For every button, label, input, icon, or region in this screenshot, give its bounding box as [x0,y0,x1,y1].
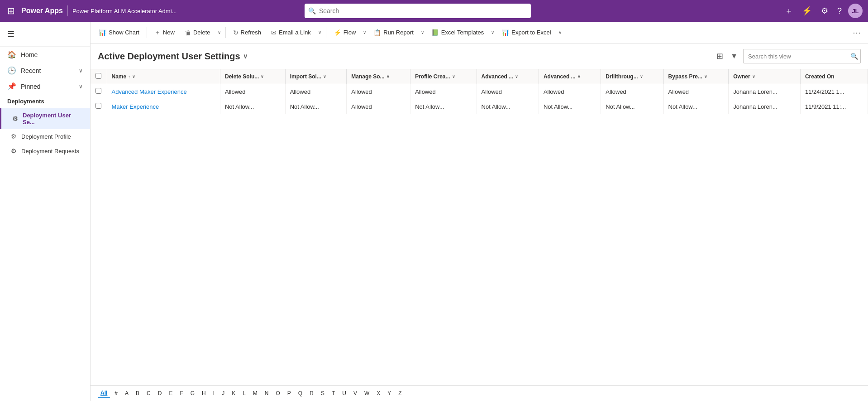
grid-icon[interactable]: ⊞ [5,4,17,18]
col-profile-crea[interactable]: Profile Crea... ∨ [410,69,477,84]
run-report-button[interactable]: 📋 Run Report [369,27,418,39]
pagination-letter-u[interactable]: U [339,389,349,398]
pagination-letter-l[interactable]: L [240,389,248,398]
pagination-letter-w[interactable]: W [362,389,372,398]
new-button[interactable]: ＋ New [150,26,179,39]
col-advanced-2[interactable]: Advanced ... ∨ [539,69,601,84]
add-button[interactable]: ＋ [782,4,796,18]
pagination-letter-y[interactable]: Y [385,389,394,398]
pagination-letter-b[interactable]: B [133,389,142,398]
search-view-input[interactable] [743,49,861,63]
select-all-header[interactable] [91,69,107,84]
flow-button[interactable]: ⚡ Flow [329,27,360,39]
sidebar-item-deployment-requests[interactable]: ⚙ Deployment Requests [0,144,90,158]
search-view-wrapper: 🔍 [743,49,861,63]
col-delete-sol[interactable]: Delete Solu... ∨ [220,69,285,84]
pagination-letter-v[interactable]: V [351,389,360,398]
pagination-letter-o[interactable]: O [273,389,283,398]
global-search-input[interactable] [305,4,531,18]
sidebar-item-deployment-profile[interactable]: ⚙ Deployment Profile [0,129,90,144]
col-bypass-dropdown-icon[interactable]: ∨ [704,74,707,79]
col-bypass-pre[interactable]: Bypass Pre... ∨ [663,69,729,84]
pagination-letter-m[interactable]: M [250,389,260,398]
select-all-checkbox[interactable] [95,73,101,79]
export-to-excel-button[interactable]: 📊 Export to Excel [497,27,555,39]
row-2-name-link[interactable]: Maker Experience [112,103,159,110]
pagination-letter-c[interactable]: C [144,389,153,398]
profile-icon: ⚙ [11,133,17,140]
excel-templates-button[interactable]: 📗 Excel Templates [427,27,488,39]
col-delete-sol-dropdown-icon[interactable]: ∨ [261,74,264,79]
pagination-letter-x[interactable]: X [374,389,383,398]
filter-icon[interactable]: ⚡ [799,4,815,18]
col-drillthrough[interactable]: Drillthroug... ∨ [601,69,663,84]
email-dropdown-arrow[interactable]: ∨ [316,28,323,37]
pagination-letter-s[interactable]: S [318,389,327,398]
flow-dropdown-arrow[interactable]: ∨ [361,28,368,37]
pagination-letter-k[interactable]: K [229,389,238,398]
recent-icon: 🕒 [7,66,16,75]
more-options-icon[interactable]: ⋯ [849,26,864,39]
row-1-name-link[interactable]: Advanced Maker Experience [112,88,187,95]
refresh-button[interactable]: ↻ Refresh [229,27,266,39]
delete-dropdown-arrow[interactable]: ∨ [216,28,223,37]
view-filter-icon[interactable]: ▼ [729,50,739,62]
pagination-letter-r[interactable]: R [307,389,316,398]
col-advanced-1[interactable]: Advanced ... ∨ [477,69,539,84]
pagination-letter-d[interactable]: D [155,389,165,398]
col-advanced2-dropdown-icon[interactable]: ∨ [577,74,581,79]
col-import-sol-dropdown-icon[interactable]: ∨ [323,74,326,79]
search-view-icon[interactable]: 🔍 [850,53,858,60]
layout-icon[interactable]: ⊞ [715,49,725,63]
col-created-on[interactable]: Created On [800,69,868,84]
pagination-letter-h[interactable]: H [199,389,209,398]
show-chart-button[interactable]: 📊 Show Chart [94,27,144,39]
col-owner-dropdown-icon[interactable]: ∨ [752,74,755,79]
pagination-letter-f[interactable]: F [177,389,186,398]
col-name[interactable]: Name ↑ ∨ [107,69,220,84]
report-icon: 📋 [373,29,381,36]
pagination-letter-z[interactable]: Z [396,389,404,398]
email-link-button[interactable]: ✉ Email a Link [267,27,315,39]
col-manage-so[interactable]: Manage So... ∨ [347,69,410,84]
pagination-letter-p[interactable]: P [285,389,294,398]
col-owner[interactable]: Owner ∨ [729,69,801,84]
pagination-letter-g[interactable]: G [188,389,197,398]
pagination-letter-all[interactable]: All [98,388,110,398]
sidebar-item-home[interactable]: 🏠 Home [0,47,90,63]
col-import-sol[interactable]: Import Sol... ∨ [285,69,347,84]
sidebar-hamburger[interactable]: ☰ [0,25,90,43]
col-profile-crea-dropdown-icon[interactable]: ∨ [452,74,455,79]
help-icon[interactable]: ? [835,5,844,18]
run-report-dropdown-arrow[interactable]: ∨ [419,28,426,37]
requests-icon: ⚙ [11,147,17,155]
export-excel-dropdown-arrow[interactable]: ∨ [557,28,563,37]
top-navigation: ⊞ Power Apps Power Platform ALM Accelera… [0,0,868,22]
row-1-checkbox-cell[interactable] [91,84,107,99]
excel-templates-dropdown-arrow[interactable]: ∨ [489,28,496,37]
col-name-dropdown-icon[interactable]: ∨ [132,74,135,79]
settings-icon[interactable]: ⚙ [818,4,831,18]
delete-button[interactable]: 🗑 Delete [180,27,215,39]
sidebar-item-recent[interactable]: 🕒 Recent ∨ [0,63,90,78]
pagination-letter-#[interactable]: # [112,389,120,398]
col-drillthrough-dropdown-icon[interactable]: ∨ [640,74,643,79]
view-title-chevron-icon[interactable]: ∨ [243,53,248,60]
row-2-checkbox-cell[interactable] [91,99,107,114]
sidebar-item-pinned[interactable]: 📌 Pinned ∨ [0,78,90,94]
row-2-checkbox[interactable] [95,103,101,109]
table-row: Maker Experience Not Allow... Not Allow.… [91,99,868,114]
col-manage-so-dropdown-icon[interactable]: ∨ [386,74,390,79]
sidebar-item-deployment-user-settings[interactable]: ⚙ Deployment User Se... [0,108,90,129]
pagination-letter-q[interactable]: Q [296,389,305,398]
pagination-letter-a[interactable]: A [122,389,131,398]
row-1-checkbox[interactable] [95,88,101,94]
col-advanced1-dropdown-icon[interactable]: ∨ [515,74,518,79]
pagination-letter-n[interactable]: N [262,389,272,398]
row-2-advanced2-cell: Not Allow... [539,99,601,114]
avatar[interactable]: JL [848,4,863,18]
pagination-letter-e[interactable]: E [166,389,175,398]
pagination-letter-t[interactable]: T [329,389,338,398]
pagination-letter-i[interactable]: I [210,389,217,398]
pagination-letter-j[interactable]: J [219,389,227,398]
